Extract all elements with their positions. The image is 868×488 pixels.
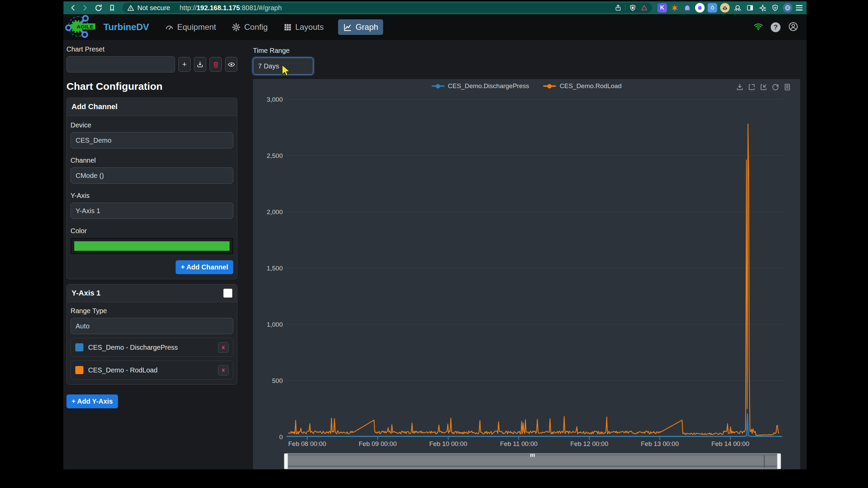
yaxis-card-header: Y-Axis 1 [72, 289, 101, 298]
svg-text:0: 0 [279, 433, 283, 441]
account-icon[interactable] [788, 21, 798, 33]
zoom-select-icon[interactable] [748, 83, 756, 91]
wifi-icon[interactable] [753, 22, 763, 33]
data-view-icon[interactable] [783, 83, 791, 91]
gear-icon [232, 23, 241, 32]
chart-preset-label: Chart Preset [66, 45, 237, 53]
legend-label: CES_Demo.RodLoad [559, 82, 622, 90]
svg-text:1,000: 1,000 [267, 321, 283, 328]
chart-config-sidebar: Chart Preset + Chart Configuration Add C… [66, 45, 237, 408]
yaxis-visibility-checkbox[interactable] [223, 289, 232, 298]
extension-icon-droplet[interactable] [708, 3, 717, 13]
color-picker[interactable] [71, 238, 233, 254]
brave-shields-icon[interactable] [629, 4, 636, 12]
extension-icon-k[interactable]: K [657, 3, 667, 13]
channel-select[interactable]: CMode () [71, 167, 233, 184]
browser-toolbar: Not secure http://192.168.1.175:8081/#/g… [63, 1, 807, 14]
chart-legend: CES_Demo.DischargePressCES_Demo.RodLoad [253, 82, 800, 90]
extension-icon-octopus[interactable] [733, 3, 742, 13]
svg-text:Feb 13 00:00: Feb 13 00:00 [641, 440, 679, 447]
channel-remove-button[interactable]: x [218, 342, 229, 353]
extension-icon-ghost[interactable] [683, 3, 692, 13]
svg-text:2,500: 2,500 [267, 152, 283, 159]
grid-icon [283, 23, 292, 32]
browser-back-icon[interactable] [67, 2, 79, 14]
channel-name: CES_Demo - RodLoad [88, 366, 218, 374]
range-type-label: Range Type [71, 307, 233, 315]
security-label: Not secure [137, 4, 170, 12]
url-text: http://192.168.1.175:8081/#/graph [180, 4, 282, 12]
chart-preset-input[interactable] [66, 56, 175, 73]
restore-icon[interactable] [771, 83, 780, 91]
legend-item[interactable]: CES_Demo.DischargePress [432, 82, 529, 90]
preset-delete-button[interactable] [210, 57, 222, 72]
yaxis-card: Y-Axis 1 Range Type Auto CES_Demo - Disc… [66, 284, 237, 385]
svg-text:AGILE: AGILE [77, 24, 94, 29]
channel-name: CES_Demo - DischargePress [88, 344, 218, 351]
slider-right-handle[interactable] [777, 453, 781, 469]
svg-text:500: 500 [272, 377, 283, 384]
app-title[interactable]: TurbineDV [103, 22, 149, 33]
nav-item-graph-active[interactable]: Graph [338, 19, 383, 35]
channel-remove-button[interactable]: x [218, 365, 229, 375]
help-icon[interactable]: ? [771, 22, 781, 32]
channel-color-swatch [75, 366, 83, 374]
preset-add-button[interactable]: + [178, 57, 191, 72]
svg-text:Feb 12 00:00: Feb 12 00:00 [570, 440, 608, 447]
svg-text:Feb 14 00:00: Feb 14 00:00 [711, 440, 749, 447]
add-channel-header: Add Channel [72, 102, 118, 111]
svg-text:Feb 09 00:00: Feb 09 00:00 [359, 440, 397, 447]
extension-icon-shield-wifi[interactable] [770, 3, 780, 13]
channel-row: CES_Demo - DischargePressx [71, 338, 233, 357]
slider-left-handle[interactable] [284, 453, 288, 469]
add-channel-card: Add Channel Device CES_Demo Channel CMod… [66, 98, 237, 279]
legend-marker [432, 85, 445, 87]
color-label: Color [71, 227, 233, 235]
nav-item-equipment[interactable]: Equipment [165, 22, 216, 32]
legend-item[interactable]: CES_Demo.RodLoad [543, 82, 622, 90]
warning-triangle-icon [127, 4, 134, 12]
extension-icon-panel[interactable] [745, 3, 755, 13]
extension-row: K [657, 3, 792, 13]
device-select[interactable]: CES_Demo [71, 132, 233, 148]
add-yaxis-button[interactable]: + Add Y-Axis [66, 394, 118, 408]
svg-text:3,000: 3,000 [267, 96, 283, 103]
svg-text:2,000: 2,000 [267, 208, 283, 216]
extension-icon-rabbit[interactable] [695, 3, 705, 13]
nav-item-layouts[interactable]: Layouts [283, 22, 324, 32]
nav-item-config[interactable]: Config [232, 22, 268, 32]
datazoom-slider[interactable] [284, 453, 781, 469]
svg-text:Feb 10 00:00: Feb 10 00:00 [429, 440, 467, 447]
chart-plot[interactable]: 05001,0001,5002,0002,5003,000Feb 08 00:0… [253, 79, 800, 469]
add-channel-button[interactable]: + Add Channel [176, 260, 233, 274]
device-label: Device [71, 121, 233, 129]
channel-label: Channel [71, 157, 233, 164]
svg-text:Feb 08 00:00: Feb 08 00:00 [288, 440, 326, 447]
download-icon[interactable] [736, 83, 744, 91]
svg-text:Feb 11 00:00: Feb 11 00:00 [500, 440, 538, 447]
yaxis-select[interactable]: Y-Axis 1 [71, 203, 233, 219]
extension-icon-sparkle[interactable] [758, 3, 767, 13]
extension-icon-globe[interactable] [783, 3, 792, 13]
share-icon[interactable] [614, 4, 622, 12]
preset-save-button[interactable] [194, 57, 206, 72]
browser-reload-icon[interactable] [93, 2, 104, 14]
browser-menu-icon[interactable] [796, 5, 803, 11]
time-range-label: Time Range [253, 47, 313, 55]
color-swatch [74, 241, 230, 251]
address-bar[interactable]: Not secure http://192.168.1.175:8081/#/g… [122, 3, 652, 13]
browser-forward-icon[interactable] [79, 2, 91, 14]
preset-view-button[interactable] [225, 57, 237, 72]
chart-panel: 05001,0001,5002,0002,5003,000Feb 08 00:0… [253, 79, 800, 469]
browser-bookmark-icon[interactable] [106, 2, 118, 14]
channel-row: CES_Demo - RodLoadx [71, 361, 233, 380]
range-type-select[interactable]: Auto [71, 318, 233, 334]
chart-toolbar [736, 83, 791, 91]
extension-icon-badger[interactable] [720, 3, 730, 13]
agile-logo[interactable]: AGILE [65, 14, 97, 40]
brave-rewards-icon[interactable] [640, 4, 648, 12]
mouse-cursor [280, 64, 293, 78]
extension-icon-starburst[interactable] [670, 3, 679, 13]
zoom-reset-icon[interactable] [760, 83, 768, 91]
svg-text:1,500: 1,500 [267, 265, 283, 272]
